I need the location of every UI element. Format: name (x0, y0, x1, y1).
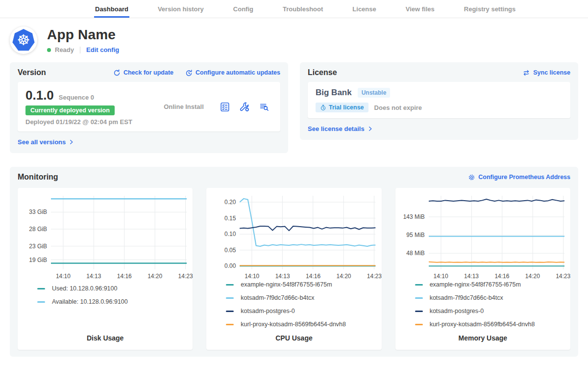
chart-plot[interactable] (240, 196, 375, 269)
chart-svg (240, 196, 375, 269)
chart-title: CPU Usage (212, 334, 375, 343)
legend-dash-icon (415, 297, 423, 299)
x-axis: 14:1014:1314:1614:2014:23 (51, 269, 187, 280)
legend-dash-icon (226, 297, 234, 299)
schedule-update-icon (185, 69, 193, 77)
legend-label: example-nginx-54f8f76755-l675m (430, 281, 521, 288)
legend-item: kotsadm-postgres-0 (415, 308, 564, 314)
chevron-right-icon (368, 126, 373, 131)
sync-license-link[interactable]: Sync license (522, 69, 570, 77)
y-axis: 143 MiB95 MiB48 MiB (401, 196, 429, 269)
sequence-label: Sequence 0 (59, 94, 94, 101)
tab-license[interactable]: License (351, 0, 377, 18)
legend-label: example-nginx-54f8f76755-l675m (241, 281, 332, 288)
tab-config[interactable]: Config (232, 0, 254, 18)
y-tick-label: 143 MiB (403, 213, 425, 220)
x-tick-label: 14:13 (275, 273, 290, 280)
kubernetes-icon: ☸ (12, 29, 35, 52)
legend-item: kurl-proxy-kotsadm-8569fb6454-dnvh8 (226, 321, 375, 328)
y-axis: 33 GiB28 GiB23 GiB19 GiB (24, 196, 51, 269)
preflight-checks-icon[interactable] (220, 102, 230, 112)
tab-registry-settings[interactable]: Registry settings (463, 0, 516, 18)
license-card: License Sync license Big Bank Unstable (300, 62, 578, 140)
deployed-badge: Currently deployed version (25, 105, 115, 115)
legend-item: example-nginx-54f8f76755-l675m (226, 281, 375, 288)
view-logs-icon[interactable] (259, 102, 270, 112)
deployed-timestamp: Deployed 01/19/22 @ 02:04 pm EST (25, 118, 148, 126)
tab-troubleshoot[interactable]: Troubleshoot (282, 0, 324, 18)
install-type-label: Online Install (148, 103, 220, 110)
x-tick-label: 14:20 (336, 273, 351, 280)
license-box: Big Bank Unstable Trial license Does not… (308, 82, 570, 118)
config-wrench-icon[interactable] (239, 102, 250, 112)
y-axis: 0.200.150.100.050.00 (212, 196, 240, 269)
app-logo: ☸ (10, 26, 37, 54)
trial-license-badge: Trial license (316, 103, 368, 112)
memory-usage-chart-card: 143 MiB95 MiB48 MiB 14:1014:1314:1614:20… (395, 188, 570, 350)
y-tick-label: 0.00 (224, 262, 236, 269)
legend-dash-icon (415, 324, 423, 325)
x-tick-label: 14:13 (464, 273, 479, 280)
y-tick-label: 95 MiB (406, 232, 424, 238)
legend-dash-icon (226, 311, 234, 312)
stopwatch-icon (320, 105, 326, 111)
legend-dash-icon (226, 324, 234, 325)
y-tick-label: 19 GiB (29, 257, 47, 263)
legend-item: kotsadm-7f9dc7d66c-b4tcx (415, 294, 564, 301)
status-dot-icon (47, 48, 51, 52)
refresh-icon (113, 69, 121, 77)
configure-prometheus-link[interactable]: Configure Prometheus Address (468, 174, 570, 181)
x-tick-label: 14:16 (117, 273, 132, 280)
version-card-title: Version (18, 68, 46, 77)
y-tick-label: 48 MiB (406, 250, 424, 257)
chart-title: Memory Usage (401, 334, 564, 343)
chart-svg (51, 196, 187, 269)
version-number: 0.1.0 (25, 88, 54, 103)
legend-label: Used: 10.128.0.96:9100 (52, 285, 117, 292)
y-tick-label: 33 GiB (29, 209, 47, 215)
x-tick-label: 14:20 (147, 273, 162, 280)
tab-version-history[interactable]: Version history (157, 0, 205, 18)
y-tick-label: 28 GiB (29, 226, 47, 233)
chart-title: Disk Usage (24, 334, 187, 343)
license-card-title: License (308, 68, 337, 77)
legend-item: kurl-proxy-kotsadm-8569fb6454-dnvh8 (415, 321, 564, 328)
edit-config-link[interactable]: Edit config (86, 46, 119, 53)
y-tick-label: 0.15 (224, 215, 236, 222)
legend-label: kurl-proxy-kotsadm-8569fb6454-dnvh8 (430, 321, 535, 328)
tab-view-files[interactable]: View files (405, 0, 436, 18)
deployed-version-box: 0.1.0 Sequence 0 Currently deployed vers… (18, 82, 280, 131)
cpu-usage-chart-card: 0.200.150.100.050.00 14:1014:1314:1614:2… (206, 188, 381, 350)
x-tick-label: 14:23 (556, 273, 570, 280)
series-line (240, 226, 375, 231)
top-nav: Dashboard Version history Config Trouble… (0, 0, 588, 18)
y-tick-label: 0.20 (224, 199, 236, 206)
x-tick-label: 14:23 (367, 273, 382, 280)
divider (80, 47, 80, 53)
legend-label: kotsadm-7f9dc7d66c-b4tcx (430, 294, 503, 301)
chart-svg (429, 196, 564, 269)
tab-dashboard[interactable]: Dashboard (94, 0, 129, 18)
app-header: ☸ App Name Ready Edit config (10, 26, 578, 54)
legend-item: Used: 10.128.0.96:9100 (37, 285, 187, 292)
series-line (429, 199, 564, 201)
check-for-update-link[interactable]: Check for update (113, 69, 173, 77)
legend-label: kotsadm-postgres-0 (241, 308, 294, 314)
chart-plot[interactable] (429, 196, 564, 269)
chart-plot[interactable] (51, 196, 187, 269)
legend-label: Available: 10.128.0.96:9100 (52, 298, 128, 305)
legend-dash-icon (37, 288, 45, 289)
see-all-versions-link[interactable]: See all versions (18, 138, 74, 146)
y-tick-label: 0.10 (224, 231, 236, 237)
gear-icon (468, 174, 475, 181)
legend-item: kotsadm-7f9dc7d66c-b4tcx (226, 294, 375, 301)
series-line (240, 199, 375, 246)
series-line (429, 262, 564, 262)
see-license-details-link[interactable]: See license details (308, 125, 373, 132)
x-tick-label: 14:10 (56, 273, 71, 280)
status-text: Ready (55, 46, 74, 53)
channel-badge: Unstable (358, 88, 391, 98)
y-tick-label: 0.05 (224, 247, 236, 254)
legend-label: kotsadm-7f9dc7d66c-b4tcx (241, 294, 314, 301)
configure-automatic-updates-link[interactable]: Configure automatic updates (185, 69, 280, 77)
